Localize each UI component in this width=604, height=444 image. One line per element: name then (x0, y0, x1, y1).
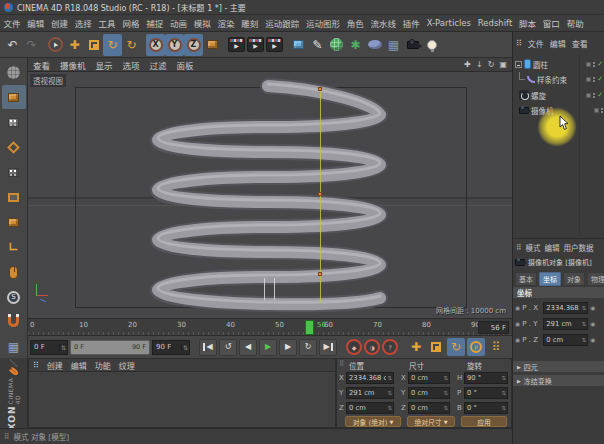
lock-z-axis-button[interactable]: Z (184, 34, 203, 56)
material-menu-item[interactable]: 编辑 (71, 360, 87, 371)
helix-spring-model[interactable] (28, 72, 512, 318)
redo-button[interactable]: ↷ (22, 34, 41, 56)
menu-item[interactable]: 插件 (399, 17, 423, 29)
previous-frame-button[interactable]: ◀ (239, 339, 257, 356)
object-menu-item[interactable]: 查看 (572, 38, 588, 49)
size-mode-dropdown[interactable]: 绝对尺寸▼ (407, 416, 455, 427)
keyframe-selection-button[interactable]: ? (382, 339, 398, 355)
spinner-icon[interactable]: ⇅ (581, 305, 588, 311)
render-settings-button[interactable]: ▶ (265, 34, 284, 56)
panel-handle-icon[interactable]: ⠿ (339, 360, 344, 368)
visibility-dots[interactable] (593, 93, 595, 98)
key-scale-button[interactable] (427, 338, 445, 356)
rotate-view-icon[interactable]: ↻ (488, 60, 495, 69)
coordinate-system-button[interactable] (203, 34, 222, 56)
add-environment-button[interactable] (365, 34, 384, 56)
tab-object[interactable]: 对象 (563, 272, 585, 286)
add-floor-button[interactable]: ▦ (384, 34, 403, 56)
render-picture-viewer-button[interactable]: ▶ (246, 34, 265, 56)
lock-y-axis-button[interactable]: Y (165, 34, 184, 56)
layer-chip[interactable] (586, 62, 591, 67)
rot-p-input[interactable]: 0 °⇅ (464, 387, 508, 399)
current-frame-box[interactable]: 56 F (478, 321, 509, 334)
make-editable-button[interactable] (2, 60, 26, 84)
menu-item[interactable]: 脚本 (516, 17, 540, 29)
material-menu-item[interactable]: 功能 (95, 360, 111, 371)
add-light-button[interactable] (422, 34, 441, 56)
pos-y-input[interactable]: 291 cm⇅ (346, 387, 394, 399)
layer-chip[interactable] (586, 77, 591, 82)
spinner-icon[interactable]: ⇅ (500, 405, 507, 411)
edges-mode-button[interactable] (2, 185, 26, 209)
snap-button[interactable]: S (2, 285, 26, 309)
coordinate-mode-dropdown[interactable]: 对象 (绝对)▼ (345, 416, 401, 427)
visibility-dots[interactable] (593, 62, 595, 67)
material-menu-item[interactable]: 创建 (47, 360, 63, 371)
menu-item[interactable]: 文件 (0, 17, 24, 29)
enabled-check-icon[interactable]: ✓ (597, 91, 603, 99)
spinner-icon[interactable]: ⇅ (500, 375, 507, 381)
viewport-menu-item[interactable]: 显示 (91, 59, 118, 71)
object-menu-item[interactable]: 文件 (528, 38, 544, 49)
size-y-input[interactable]: 0 cm⇅ (408, 387, 450, 399)
spinner-icon[interactable]: ⇅ (442, 375, 449, 381)
spinner-icon[interactable]: ⇅ (500, 390, 507, 396)
visibility-dots[interactable] (601, 108, 603, 113)
start-frame-input[interactable]: 0 F⇅ (30, 340, 68, 355)
go-to-start-button[interactable]: ◀ (199, 339, 217, 356)
magnet-snap-button[interactable] (2, 310, 26, 334)
add-spline-button[interactable]: ✎ (308, 34, 327, 56)
spinner-icon[interactable]: ⇅ (386, 375, 393, 381)
pan-view-icon[interactable]: ✚ (464, 60, 471, 69)
size-x-input[interactable]: 0 cm⇅ (408, 372, 450, 384)
apply-button[interactable]: 应用 (461, 416, 507, 427)
attribute-menu-item[interactable]: 模式 (526, 242, 541, 253)
spinner-icon[interactable]: ⇅ (181, 344, 189, 351)
zoom-view-icon[interactable]: ↓ (476, 60, 483, 69)
loop-button[interactable]: ↻ (299, 339, 317, 356)
key-pla-button[interactable]: ⠿ (487, 338, 505, 356)
expander-icon[interactable] (515, 61, 522, 68)
rotate-tool-button[interactable]: ↻ (103, 34, 122, 56)
move-tool-button[interactable]: ✚ (65, 34, 84, 56)
menu-item[interactable]: 动画 (167, 17, 191, 29)
viewport-menu-item[interactable]: 过滤 (145, 59, 172, 71)
key-parameter-button[interactable]: P (467, 338, 485, 356)
menu-item[interactable]: 创建 (48, 17, 72, 29)
size-z-input[interactable]: 0 cm⇅ (408, 402, 450, 414)
menu-item[interactable]: 角色 (343, 17, 367, 29)
freeze-transform-section[interactable]: ▶ 冻结变换 (513, 375, 604, 386)
key-dot-icon[interactable]: ◉ (515, 304, 520, 311)
key-rotation-button[interactable]: ↻ (447, 338, 465, 356)
viewport-menu-item[interactable]: 选项 (118, 59, 145, 71)
material-list-empty[interactable] (29, 372, 335, 427)
timeline-ruler[interactable]: 0 10 20 30 40 50 60 70 80 90 56 56 F (28, 318, 512, 336)
attribute-menu-item[interactable]: 用户数据 (564, 242, 594, 253)
enabled-check-icon[interactable]: ✓ (597, 75, 603, 83)
texture-mode-button[interactable] (2, 110, 26, 134)
enable-axis-button[interactable]: ∟ (2, 235, 26, 259)
object-row-cylinder[interactable]: 圆柱 ✓ (513, 57, 604, 71)
pos-x-input[interactable]: 2334.368 cm⇅ (346, 372, 394, 384)
menu-item[interactable]: 编辑 (24, 17, 48, 29)
object-menu-item[interactable]: 编辑 (550, 38, 566, 49)
spinner-icon[interactable]: ⇅ (442, 390, 449, 396)
texture-axis-mode-button[interactable] (2, 135, 26, 159)
layer-chip[interactable] (586, 93, 591, 98)
menu-item[interactable]: 流水线 (367, 17, 399, 29)
undo-button[interactable]: ↶ (3, 34, 22, 56)
spinner-icon[interactable]: ⇅ (386, 390, 393, 396)
rot-b-input[interactable]: 0 °⇅ (464, 402, 508, 414)
menu-item[interactable]: X-Particles (423, 18, 474, 28)
play-backwards-button[interactable]: ↺ (219, 339, 237, 356)
axis-handle[interactable] (318, 192, 322, 196)
last-tool-button[interactable]: ↻ (122, 34, 141, 56)
next-frame-button[interactable]: ▶ (279, 339, 297, 356)
live-selection-button[interactable]: ➤ (46, 34, 65, 56)
object-row-spline-constraint[interactable]: 样条约束 ✓ (513, 72, 604, 86)
frame-range-scrubber[interactable]: 0 F 90 F (70, 340, 150, 355)
tab-coordinates[interactable]: 坐标 (539, 272, 561, 286)
end-frame-input[interactable]: 90 F⇅ (152, 340, 190, 355)
layer-chip[interactable] (594, 108, 599, 113)
visibility-dots[interactable] (593, 77, 595, 82)
